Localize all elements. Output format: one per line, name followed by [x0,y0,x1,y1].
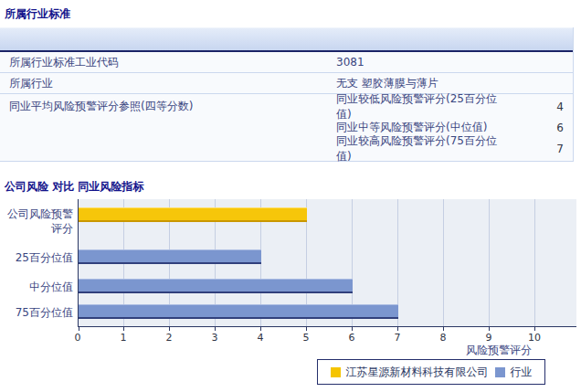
subrow-value: 4 [509,101,573,113]
plot-area [78,199,576,327]
x-tick-label: 5 [292,332,320,344]
row-value: 无支 塑胶薄膜与薄片 [336,76,573,91]
bar-company-0 [79,207,307,222]
legend-swatch-company [331,367,341,377]
x-tick-mark [123,327,124,331]
x-tick-label: 1 [110,332,137,344]
row-label: 所属行业标准工业代码 [0,55,336,70]
legend-label: 江苏星源新材料科技有限公司 [346,365,489,380]
x-tick-label: 10 [521,332,548,344]
x-tick-mark [443,327,444,331]
group-row-label: 同业平均风险预警评分参照(四等分数) [0,94,336,161]
bar-industry-3 [79,304,398,319]
x-tick-mark [215,327,216,331]
subrow-value: 6 [509,122,573,134]
category-label-company-score: 公司风险预警 评分 [0,207,73,236]
x-tick-label: 2 [155,332,183,344]
subrow-low-risk: 同业较低风险预警评分(25百分位值) 4 [336,96,573,117]
x-tick-mark [306,327,307,331]
x-tick-mark [79,327,79,331]
page-title-industry-standard: 所属行业标准 [5,6,70,22]
subrow-label: 同业较低风险预警评分(25百分位值) [336,91,509,122]
legend-item-company: 江苏星源新材料科技有限公司 [331,365,489,380]
gridline [443,199,444,326]
x-tick-label: 4 [247,332,274,344]
legend-label: 行业 [511,365,533,380]
x-tick-label: 8 [429,332,457,344]
subrow-value: 7 [509,143,573,155]
x-tick-mark [534,327,535,331]
x-tick-mark [260,327,261,331]
subrow-label: 同业较高风险预警评分(75百分位值) [336,133,509,164]
x-tick-mark [352,327,353,331]
x-tick-label: 0 [64,332,91,344]
gridline [534,199,535,326]
industry-standard-table: 所属行业标准工业代码 3081 所属行业 无支 塑胶薄膜与薄片 同业平均风险预警… [0,27,574,162]
x-tick-mark [169,327,170,331]
x-tick-label: 9 [475,332,502,344]
table-header-band [0,27,573,52]
legend-item-industry: 行业 [495,365,533,380]
gridline [489,199,490,326]
subrow-high-risk: 同业较高风险预警评分(75百分位值) 7 [336,138,573,159]
row-value: 3081 [336,56,573,69]
x-axis-label: 风险预警评分 [466,343,532,358]
x-tick-label: 3 [201,332,228,344]
category-label-p75: 75百分位值 [0,305,73,320]
risk-comparison-bar-chart: 公司风险预警 评分 25百分位值 中分位值 75百分位值 风险预警评分 江苏星源… [0,194,581,392]
x-tick-mark [397,327,398,331]
category-label-p25: 25百分位值 [0,250,73,265]
table-row-industry-code: 所属行业标准工业代码 3081 [0,52,573,73]
x-tick-label: 6 [338,332,365,344]
chart-title: 公司风险 对比 同业风险指标 [5,179,143,195]
legend-swatch-industry [495,367,505,377]
table-row-peer-reference: 同业平均风险预警评分参照(四等分数) 同业较低风险预警评分(25百分位值) 4 … [0,94,573,162]
bar-industry-1 [79,249,261,264]
x-tick-mark [489,327,490,331]
group-subrows: 同业较低风险预警评分(25百分位值) 4 同业中等风险预警评分(中位值) 6 同… [336,94,573,161]
x-tick-label: 7 [384,332,411,344]
chart-legend: 江苏星源新材料科技有限公司 行业 [317,359,545,385]
category-label-median: 中分位值 [0,280,73,294]
row-label: 所属行业 [0,76,336,91]
bar-industry-2 [79,279,353,293]
